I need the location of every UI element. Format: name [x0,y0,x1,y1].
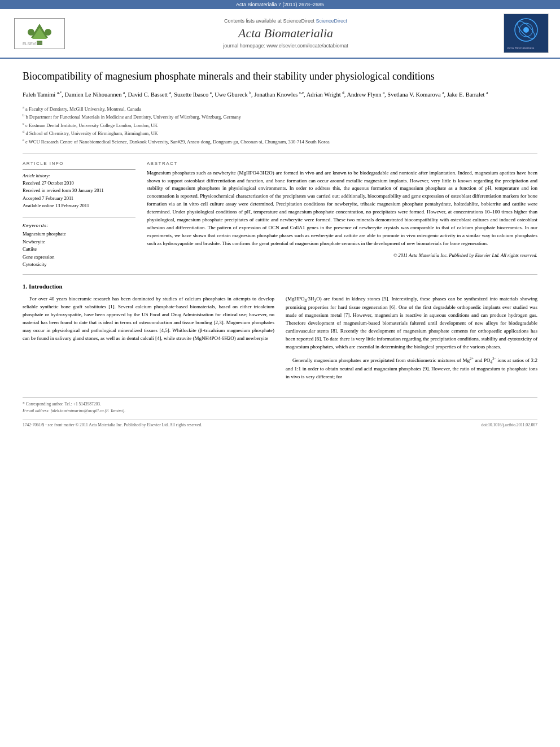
keywords-header: Keywords: [23,223,135,228]
body-left-column: For over 40 years bioceramic research ha… [23,295,274,386]
keyword-4: Gene expression [23,254,135,261]
authors: Faleh Tamimi a,*, Damien Le Nihouannen a… [23,90,537,99]
section-divider [23,154,537,154]
corresponding-note: * Corresponding author. Tel.: +1 5143987… [23,401,537,414]
doi-text: doi:10.1016/j.actbio.2011.02.007 [481,422,537,427]
article-title: Biocompatibility of magnesium phosphate … [23,70,537,83]
banner-text: Acta Biomaterialia 7 (2011) 2678–2685 [236,2,324,7]
intro-left-text: For over 40 years bioceramic research ha… [23,295,274,343]
intro-right-text: (MgHPO4·3H2O) are found in kidney stones… [286,295,537,381]
abstract-text: Magnesium phosphates such as newberyite … [147,169,537,248]
journal-thumbnail: Acta Biomaterialia [504,14,549,53]
body-columns: For over 40 years bioceramic research ha… [23,295,537,386]
online-date: Available online 13 February 2011 [23,202,135,210]
article-info-header: ARTICLE INFO [23,161,135,166]
abstract-column: ABSTRACT Magnesium phosphates such as ne… [147,161,537,269]
info-abstract-columns: ARTICLE INFO Article history: Received 2… [23,161,537,269]
section-1-title: 1. Introduction [23,283,537,290]
article-info-column: ARTICLE INFO Article history: Received 2… [23,161,135,269]
keywords-list: Magnesium phosphate Newberyite Cattiite … [23,230,135,269]
article-history: Article history: Received 27 October 201… [23,173,135,210]
journal-banner: Acta Biomaterialia 7 (2011) 2678–2685 [0,0,560,9]
received-date: Received 27 October 2010 [23,180,135,187]
affiliations: a a Faculty of Dentistry, McGill Univers… [23,104,537,146]
footer-bottom: 1742-7061/$ - see front matter © 2011 Ac… [23,420,537,427]
keyword-3: Cattiite [23,246,135,254]
abstract-copyright: © 2011 Acta Materialia Inc. Published by… [147,252,537,258]
body-right-column: (MgHPO4·3H2O) are found in kidney stones… [286,295,537,386]
accepted-date: Accepted 7 February 2011 [23,195,135,203]
keyword-5: Cytotoxicity [23,261,135,269]
main-content: Biocompatibility of magnesium phosphate … [0,59,560,439]
svg-point-3 [28,29,34,36]
sciencedirect-text: Contents lists available at ScienceDirec… [68,18,504,24]
journal-title: Acta Biomaterialia [68,26,504,41]
svg-point-4 [45,29,51,36]
elsevier-logo: ELSEVIER [11,18,68,49]
journal-center: Contents lists available at ScienceDirec… [68,18,504,49]
issn-text: 1742-7061/$ - see front matter © 2011 Ac… [23,422,202,427]
keyword-2: Newberyite [23,238,135,246]
abstract-header: ABSTRACT [147,161,537,166]
journal-homepage: journal homepage: www.elsevier.com/locat… [68,43,504,49]
keyword-1: Magnesium phosphate [23,230,135,238]
svg-text:Acta Biomaterialia: Acta Biomaterialia [507,46,535,50]
logo-image: ELSEVIER [14,18,65,49]
section-divider-2 [23,274,537,275]
svg-text:ELSEVIER: ELSEVIER [23,42,42,46]
footer: * Corresponding author. Tel.: +1 5143987… [23,397,537,427]
revised-date: Received in revised form 30 January 2011 [23,187,135,195]
journal-header: ELSEVIER Contents lists available at Sci… [0,9,560,59]
svg-point-9 [523,27,529,33]
article-info-box: Article history: Received 27 October 201… [23,169,135,217]
sciencedirect-link[interactable]: ScienceDirect [316,18,348,24]
